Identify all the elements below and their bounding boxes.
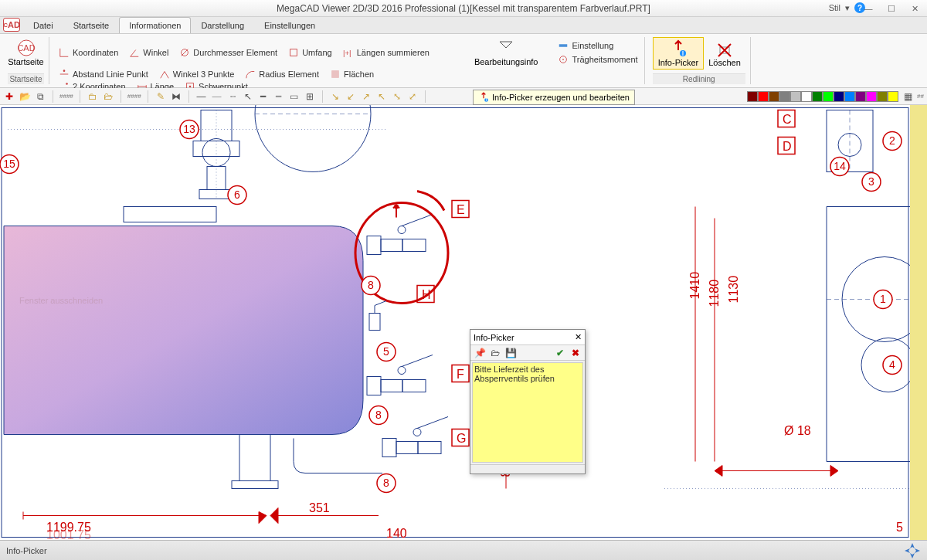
tab-einstellungen[interactable]: Einstellungen [254, 17, 325, 33]
ribbon-einstellung[interactable]: Einstellung [556, 39, 639, 52]
popup-note-area[interactable]: Bitte Lieferzeit des Absperrventils prüf… [472, 362, 583, 463]
tool-pencil[interactable]: ✎ [154, 90, 167, 103]
color-swatch[interactable] [823, 91, 834, 102]
svg-text:G: G [457, 432, 466, 445]
ribbon-radius[interactable]: Radius Element [243, 68, 321, 80]
svg-rect-30 [193, 141, 239, 157]
tool-red-plus[interactable]: ✚ [3, 90, 15, 103]
color-swatch[interactable] [855, 91, 866, 102]
svg-text:1130: 1130 [727, 276, 740, 304]
color-swatch[interactable] [834, 91, 844, 102]
ribbon-flaechen[interactable]: Flächen [328, 68, 375, 80]
titlebar: MegaCAD Viewer 2D/3D 2016 Professional (… [0, 0, 927, 17]
tab-informationen[interactable]: Informationen [119, 17, 191, 33]
svg-text:CAD: CAD [17, 43, 35, 53]
svg-point-8 [563, 59, 565, 60]
tool-ar2[interactable]: ↙ [345, 90, 357, 103]
color-swatch[interactable] [758, 91, 769, 102]
tool-ar6[interactable]: ⤢ [406, 90, 419, 103]
tool-cursor[interactable]: ↖ [242, 90, 254, 103]
tool-ar5[interactable]: ⤡ [391, 90, 403, 103]
svg-point-71 [413, 429, 421, 436]
tool-folder-out[interactable]: 🗁 [102, 90, 114, 103]
svg-rect-42 [239, 435, 270, 481]
tool-grid[interactable]: ⊞ [304, 90, 316, 103]
color-swatch[interactable] [866, 91, 877, 102]
tool-brush[interactable]: ⧓ [170, 90, 182, 103]
ribbon-durchmesser[interactable]: Durchmesser Element [178, 46, 279, 59]
svg-text:H: H [422, 288, 431, 301]
svg-point-13 [66, 83, 68, 85]
tool-line1[interactable]: — [195, 90, 208, 103]
popup-scrollbar[interactable] [470, 464, 585, 473]
color-swatch[interactable] [844, 91, 855, 102]
color-swatch[interactable] [801, 91, 812, 102]
nav-compass-icon[interactable] [904, 542, 921, 559]
maximize-button[interactable]: ☐ [882, 2, 901, 15]
tool-ar1[interactable]: ↘ [329, 90, 341, 103]
svg-rect-64 [402, 380, 426, 392]
tool-more-colors[interactable]: ▦ [902, 90, 914, 103]
tool-open[interactable]: 📂 [19, 90, 31, 103]
svg-point-46 [398, 226, 406, 234]
tool-copy[interactable]: ⧉ [34, 90, 46, 103]
tool-line2[interactable]: — [211, 90, 223, 103]
ribbon-winkel[interactable]: Winkel [127, 46, 170, 59]
color-swatch[interactable] [769, 91, 779, 102]
svg-text:351: 351 [309, 501, 330, 514]
ribbon-laengen-summieren[interactable]: |+|Längen summieren [341, 46, 431, 59]
color-swatch[interactable] [779, 91, 790, 102]
ribbon-koordinaten[interactable]: Koordinaten [57, 46, 120, 59]
color-swatch[interactable] [888, 91, 898, 102]
svg-line-47 [402, 215, 433, 226]
status-text: Info-Picker [6, 546, 47, 555]
tool-ar4[interactable]: ↖ [375, 90, 388, 103]
sidebar-baugruppen[interactable]: Baugruppen einfügen [910, 105, 927, 540]
color-swatch[interactable] [747, 91, 758, 102]
tool-line4[interactable]: ━ [257, 90, 270, 103]
hash-1: #### [59, 93, 73, 100]
popup-open-icon[interactable]: 🗁 [489, 347, 501, 359]
ribbon-abstand-linie-punkt[interactable]: Abstand Linie Punkt [57, 68, 150, 80]
tool-select[interactable]: ▭ [288, 90, 301, 103]
close-button[interactable]: ✕ [905, 2, 924, 15]
popup-save-icon[interactable]: 💾 [504, 347, 517, 359]
svg-text:F: F [457, 368, 464, 381]
color-swatch[interactable] [812, 91, 823, 102]
tooltip-info-picker: i Info-Picker erzeugen und bearbeiten [473, 90, 635, 105]
ribbon-umfang[interactable]: Umfang [287, 46, 334, 59]
ribbon-loeschen[interactable]: Löschen [704, 37, 745, 70]
drawing-canvas[interactable]: Baugruppen einfügen 13 6 15 [0, 105, 927, 540]
minimize-button[interactable]: — [859, 2, 878, 15]
tab-darstellung[interactable]: Darstellung [191, 17, 254, 33]
ribbon-winkel-3p[interactable]: Winkel 3 Punkte [158, 68, 236, 80]
ribbon-info-picker[interactable]: i Info-Picker [653, 37, 705, 70]
app-icon[interactable]: CAD [3, 18, 20, 32]
tab-startseite[interactable]: Startseite [63, 17, 119, 33]
ribbon-traegheit[interactable]: Trägheitsmoment [556, 53, 639, 66]
svg-rect-11 [332, 71, 339, 78]
svg-text:5: 5 [896, 521, 903, 534]
tool-ar3[interactable]: ↗ [360, 90, 372, 103]
tab-datei[interactable]: Datei [23, 17, 63, 33]
svg-text:5: 5 [383, 345, 389, 358]
svg-rect-45 [381, 239, 402, 252]
svg-rect-61 [381, 380, 402, 392]
popup-pin-icon[interactable]: 📌 [474, 347, 486, 359]
svg-rect-40 [124, 207, 216, 222]
svg-text:15: 15 [3, 158, 15, 170]
hash-2: #### [127, 93, 141, 100]
svg-text:C: C [783, 113, 792, 126]
color-swatch[interactable] [790, 91, 801, 102]
info-picker-popup[interactable]: Info-Picker ✕ 📌 🗁 💾 ✔ ✖ Bitte Lieferzeit… [470, 329, 586, 474]
tool-line3[interactable]: ┄ [226, 90, 239, 103]
ribbon-startseite[interactable]: CAD Startseite [8, 37, 44, 68]
style-label[interactable]: Stil [829, 3, 840, 12]
popup-confirm-button[interactable]: ✔ [554, 347, 566, 359]
popup-cancel-button[interactable]: ✖ [569, 347, 582, 359]
ribbon-bearbeitungsinfo[interactable]: Bearbeitungsinfo [470, 37, 543, 68]
tool-folder-in[interactable]: 🗀 [87, 90, 99, 103]
color-swatch[interactable] [877, 91, 888, 102]
popup-close-button[interactable]: ✕ [575, 332, 582, 342]
tool-line5[interactable]: ━ [273, 90, 285, 103]
